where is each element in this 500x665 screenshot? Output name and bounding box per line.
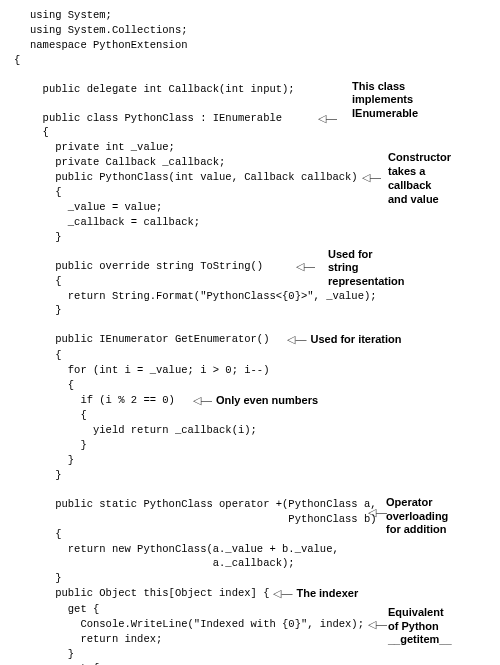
code-line: _callback = callback; xyxy=(30,215,200,230)
code-line: { xyxy=(30,527,62,542)
arrow-icon: ◁— xyxy=(287,332,306,348)
code-line: { xyxy=(30,125,49,140)
annotation-even: Only even numbers xyxy=(216,393,318,409)
code-line: } xyxy=(30,571,62,586)
code-line: public IEnumerator GetEnumerator() xyxy=(30,332,269,347)
arrow-icon: ◁— xyxy=(368,617,387,633)
code-line: } xyxy=(30,453,74,468)
code-line: using System.Collections; xyxy=(30,23,188,38)
code-line: public PythonClass(int value, Callback c… xyxy=(30,170,358,185)
code-line: namespace PythonExtension xyxy=(30,38,188,53)
code-line: set { xyxy=(30,661,99,665)
code-line: } xyxy=(30,468,62,483)
annotation-indexer: The indexer xyxy=(296,586,358,602)
code-line: using System; xyxy=(30,8,112,23)
code-line: { xyxy=(30,185,62,200)
code-line: public class PythonClass : IEnumerable xyxy=(30,111,282,126)
code-line: Console.WriteLine("Indexed with {0}", in… xyxy=(30,617,364,632)
code-line: { xyxy=(30,408,87,423)
arrow-icon: ◁— xyxy=(362,170,381,186)
code-line: _value = value; xyxy=(30,200,162,215)
arrow-icon: ◁— xyxy=(318,111,337,127)
code-line: public static PythonClass operator +(Pyt… xyxy=(30,497,377,512)
code-line: { xyxy=(30,348,62,363)
code-line: get { xyxy=(30,602,99,617)
code-line: yield return _callback(i); xyxy=(30,423,257,438)
code-line: { xyxy=(30,274,62,289)
code-line: a._callback); xyxy=(30,556,295,571)
annotation-iteration: Used for iteration xyxy=(310,332,401,348)
code-line: } xyxy=(30,438,87,453)
code-line: { xyxy=(14,53,20,68)
code-line: return String.Format("PythonClass<{0}>",… xyxy=(30,289,377,304)
code-line: for (int i = _value; i > 0; i--) xyxy=(30,363,269,378)
code-line: public override string ToString() xyxy=(30,259,263,274)
code-line: } xyxy=(30,303,62,318)
code-line: if (i % 2 == 0) xyxy=(30,393,175,408)
code-line: private int _value; xyxy=(30,140,175,155)
code-line: { xyxy=(30,378,74,393)
arrow-icon: ◁— xyxy=(273,586,292,602)
code-line: } xyxy=(30,230,62,245)
code-line: PythonClass b) xyxy=(30,512,377,527)
code-line: } xyxy=(30,647,74,662)
code-line: private Callback _callback; xyxy=(30,155,225,170)
arrow-icon: ◁— xyxy=(296,259,315,275)
arrow-icon: ◁— xyxy=(193,393,212,409)
code-line: return index; xyxy=(30,632,162,647)
code-line: public Object this[Object index] { xyxy=(30,586,269,601)
code-line: public delegate int Callback(int input); xyxy=(30,82,295,97)
code-line: return new PythonClass(a._value + b._val… xyxy=(30,542,339,557)
